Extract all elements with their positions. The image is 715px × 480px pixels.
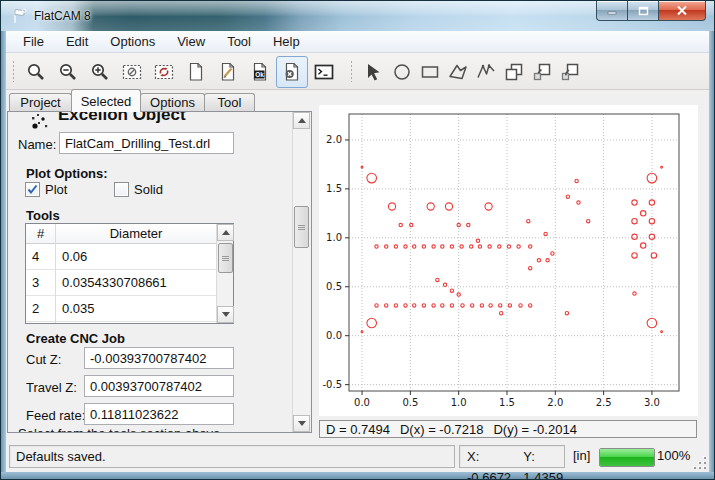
zoom-in-button[interactable]	[84, 56, 116, 88]
ok-badge-text: Ok	[255, 71, 264, 78]
open-project-icon	[217, 61, 239, 83]
panel-scroll-area: Excellon Object Name: Plot Options: Plot…	[8, 112, 291, 432]
table-scrollbar[interactable]	[216, 224, 233, 323]
title-bar[interactable]: FlatCAM 8	[1, 1, 714, 31]
measure-dx: D(x) = -0.7218	[400, 422, 483, 437]
svg-text:0.5: 0.5	[326, 281, 342, 292]
plot-checkbox[interactable]	[25, 182, 40, 197]
close-button[interactable]	[659, 1, 706, 21]
clear-plot-button[interactable]	[116, 56, 148, 88]
toolbar-grip-2[interactable]	[350, 60, 353, 82]
flatcam-window: FlatCAM 8 File Edit Options View Tool He…	[0, 0, 715, 480]
tool-diameter[interactable]: 0.06	[56, 244, 87, 270]
progress-fill	[600, 449, 654, 466]
polygon-tool-icon	[447, 61, 469, 83]
tools-label: Tools	[26, 208, 60, 223]
travelz-input[interactable]	[84, 375, 234, 397]
new-project-button[interactable]	[180, 56, 212, 88]
col-header-num[interactable]: #	[26, 224, 55, 244]
tab-project[interactable]: Project	[9, 93, 72, 112]
svg-text:2.0: 2.0	[326, 134, 342, 145]
table-row[interactable]: 3 0.0354330708661	[26, 270, 233, 296]
panel-title: Excellon Object	[58, 112, 186, 125]
shell-icon	[313, 61, 335, 83]
svg-text:2.0: 2.0	[547, 397, 563, 408]
resize-grip[interactable]	[695, 457, 707, 469]
delete-object-button[interactable]	[276, 56, 308, 88]
tool-diameter[interactable]: 0.035	[56, 296, 95, 322]
svg-text:0.0: 0.0	[326, 330, 342, 341]
zoom-fit-button[interactable]	[20, 56, 52, 88]
tab-options[interactable]: Options	[140, 93, 205, 112]
panel-scrollbar-thumb[interactable]	[294, 206, 309, 248]
check-icon	[26, 183, 39, 196]
svg-text:0.5: 0.5	[402, 397, 418, 408]
svg-text:1.0: 1.0	[451, 397, 467, 408]
tool-diameter[interactable]: 0.0354330708661	[56, 270, 167, 296]
maximize-button[interactable]	[627, 1, 659, 21]
scroll-up-button[interactable]	[217, 224, 234, 241]
solid-checkbox-label[interactable]: Solid	[134, 182, 163, 197]
move-objects-button[interactable]	[554, 56, 586, 88]
arrow-down-icon	[298, 421, 306, 426]
cutz-input[interactable]	[84, 347, 234, 369]
svg-text:-0.5: -0.5	[322, 379, 342, 390]
svg-text:2.5: 2.5	[596, 397, 612, 408]
measurement-readout: D = 0.7494 D(x) = -0.7218 D(y) = -0.2014	[319, 420, 697, 438]
replot-icon	[153, 61, 175, 83]
solid-checkbox[interactable]	[114, 182, 129, 197]
mouse-coordinates: X: -0.6672 Y: 1.4359	[459, 445, 565, 468]
window-border-bottom	[1, 472, 714, 479]
cnc-section-label: Create CNC Job	[26, 331, 125, 346]
feedrate-input[interactable]	[84, 403, 234, 425]
plot-checkbox-label[interactable]: Plot	[45, 182, 67, 197]
replot-button[interactable]	[148, 56, 180, 88]
panel-scroll-up-button[interactable]	[293, 112, 310, 129]
table-row[interactable]: 4 0.06	[26, 244, 233, 270]
delete-object-icon	[281, 61, 303, 83]
open-project-button[interactable]	[212, 56, 244, 88]
scrollbar-thumb[interactable]	[218, 243, 233, 273]
menu-edit[interactable]: Edit	[55, 32, 99, 51]
menu-view[interactable]: View	[166, 32, 216, 51]
panel-scroll-down-button[interactable]	[293, 415, 310, 432]
menu-help[interactable]: Help	[262, 32, 311, 51]
tab-tool[interactable]: Tool	[204, 93, 255, 112]
name-input[interactable]	[59, 132, 234, 154]
window-border-left	[1, 31, 6, 472]
save-project-button[interactable]: Ok	[244, 56, 276, 88]
svg-text:1.5: 1.5	[326, 183, 342, 194]
rectangle-tool-icon	[419, 61, 441, 83]
measure-d: D = 0.7494	[326, 422, 390, 437]
svg-text:1.0: 1.0	[326, 232, 342, 243]
table-row[interactable]: 2 0.035	[26, 296, 233, 322]
maximize-icon	[638, 6, 649, 16]
tab-selected[interactable]: Selected	[71, 89, 141, 112]
copy-geometry-icon	[531, 61, 553, 83]
zoom-out-button[interactable]	[52, 56, 84, 88]
zoom-in-icon	[89, 61, 111, 83]
travelz-label: Travel Z:	[26, 380, 77, 395]
progress-bar	[599, 448, 655, 467]
menu-bar: File Edit Options View Tool Help	[6, 31, 709, 53]
menu-file[interactable]: File	[12, 32, 55, 51]
menu-tool[interactable]: Tool	[216, 32, 262, 51]
coord-y: Y: 1.4359	[523, 446, 564, 467]
window-title: FlatCAM 8	[34, 9, 91, 23]
circle-tool-icon	[391, 61, 413, 83]
arrow-up-icon	[222, 230, 230, 235]
plot-canvas[interactable]: 0.00.51.01.52.02.53.0-0.50.00.51.01.52.0	[319, 105, 698, 416]
pointer-icon	[363, 61, 385, 83]
arrow-down-icon	[222, 312, 230, 317]
svg-text:0.0: 0.0	[354, 397, 370, 408]
shell-button[interactable]	[308, 56, 340, 88]
scroll-down-button[interactable]	[217, 306, 234, 323]
toolbar-grip[interactable]	[12, 60, 15, 82]
menu-options[interactable]: Options	[99, 32, 166, 51]
feedrate-label: Feed rate:	[26, 408, 85, 423]
col-header-diameter[interactable]: Diameter	[56, 224, 216, 244]
panel-scrollbar[interactable]	[292, 112, 309, 432]
minimize-button[interactable]	[596, 1, 627, 21]
app-icon	[11, 8, 27, 24]
new-project-icon	[185, 61, 207, 83]
